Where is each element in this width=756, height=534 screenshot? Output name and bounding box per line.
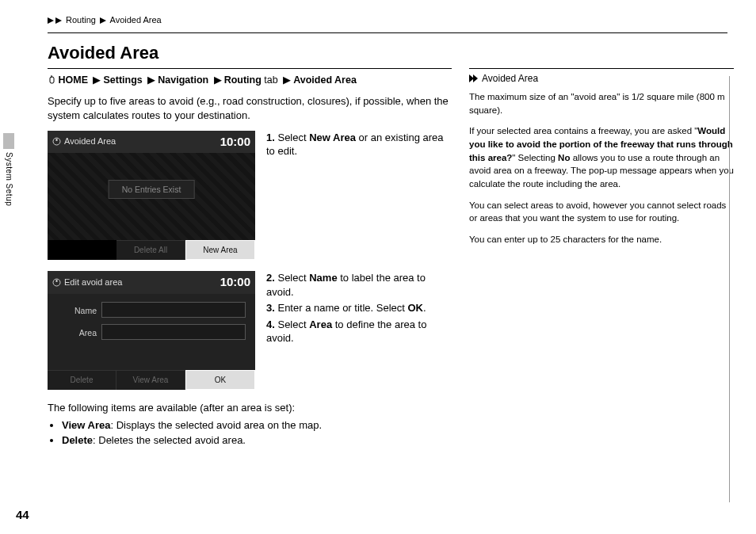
screen1-new-area: New Area: [185, 240, 255, 261]
crumb-avoided: Avoided Area: [110, 15, 162, 25]
right-rule: [729, 76, 730, 502]
left-column: HOME ▶Settings ▶Navigation ▶Routing tab …: [48, 68, 452, 449]
after-lead: The following items are available (after…: [48, 401, 452, 415]
screen1-title: Avoided Area: [64, 135, 116, 147]
nav-navigation: Navigation: [158, 74, 208, 86]
screenshot-edit-avoid: Edit avoid area 10:00 Name Area Delete V…: [48, 271, 255, 390]
side-p3: You can select areas to avoid, however y…: [469, 199, 734, 225]
screen2-view-area: View Area: [116, 370, 185, 391]
after-set: The following items are available (after…: [48, 401, 452, 448]
step-3: 3. Enter a name or title. Select OK.: [266, 301, 452, 315]
screen2-title: Edit avoid area: [64, 277, 122, 288]
svg-marker-0: [48, 17, 54, 24]
screen1-empty: No Entries Exist: [109, 180, 195, 199]
side-p4: You can enter up to 25 characters for th…: [469, 233, 734, 246]
after-delete: Delete: Deletes the selected avoid area.: [62, 433, 452, 448]
screen2-ok: OK: [185, 370, 255, 391]
svg-marker-1: [55, 17, 62, 24]
side-head: Avoided Area: [469, 72, 734, 86]
nav-tab: tab: [262, 74, 278, 86]
breadcrumb: Routing Avoided Area: [48, 14, 734, 26]
nav-routing: Routing: [224, 74, 262, 86]
screen2-time: 10:00: [220, 274, 250, 290]
right-column: Avoided Area The maximum size of an "avo…: [469, 68, 734, 449]
page-title: Avoided Area: [48, 41, 734, 65]
svg-rect-8: [56, 280, 58, 282]
screen2-name-field: [101, 302, 246, 318]
step-2: 2. Select Name to label the area to avoi…: [266, 271, 452, 299]
screen1-delete-all: Delete All: [116, 240, 185, 261]
svg-marker-10: [473, 74, 478, 82]
screen2-area-field: [101, 324, 246, 340]
intro-text: Specify up to five areas to avoid (e.g.,…: [48, 94, 452, 122]
screen1-time: 10:00: [220, 134, 250, 150]
note-icon: [469, 74, 479, 82]
nav-avoided: Avoided Area: [293, 74, 357, 86]
side-p2: If your selected area contains a freeway…: [469, 124, 734, 190]
crumb-routing: Routing: [66, 15, 96, 25]
side-p1: The maximum size of an "avoid area" is 1…: [469, 90, 734, 116]
side-tab-label: System Setup: [3, 152, 14, 206]
step-1: 1. Select New Area or an existing area t…: [266, 131, 452, 158]
nav-path: HOME ▶Settings ▶Navigation ▶Routing tab …: [48, 74, 452, 87]
screenshot-avoided-area: Avoided Area 10:00 No Entries Exist Dele…: [48, 131, 255, 261]
screen2-area-label: Area: [54, 324, 101, 341]
screen2-name-label: Name: [54, 302, 101, 319]
svg-rect-3: [50, 77, 54, 83]
nav-home: HOME: [58, 74, 88, 86]
step-4: 4. Select Area to define the area to avo…: [266, 318, 452, 345]
nav-settings: Settings: [103, 74, 142, 86]
svg-rect-6: [56, 139, 58, 141]
side-tab: System Setup: [3, 133, 17, 220]
svg-marker-2: [100, 17, 106, 24]
page-number: 44: [16, 507, 29, 523]
screen2-delete: Delete: [48, 370, 116, 391]
after-view: View Area: Displays the selected avoid a…: [62, 418, 452, 433]
rule-top: [48, 32, 727, 33]
